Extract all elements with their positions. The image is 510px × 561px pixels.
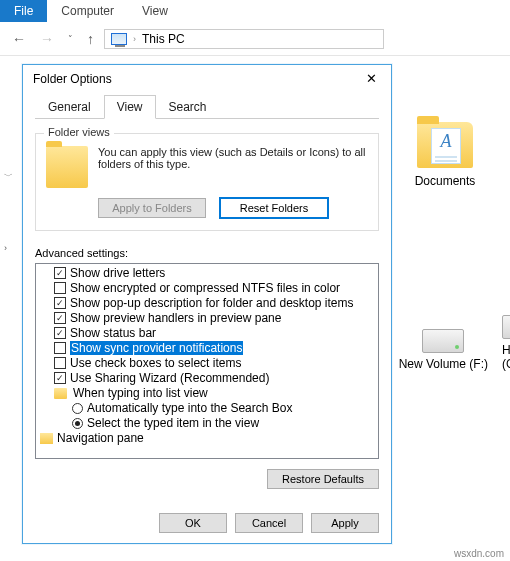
checkbox-icon[interactable] <box>54 327 66 339</box>
checkbox-icon[interactable] <box>54 297 66 309</box>
apply-to-folders-button: Apply to Folders <box>98 198 206 218</box>
address-location[interactable]: This PC <box>142 32 185 46</box>
drive-label: New Volume (F:) <box>399 357 488 371</box>
opt-navigation-pane[interactable]: Navigation pane <box>36 431 378 446</box>
opt-show-drive-letters[interactable]: Show drive letters <box>36 266 378 281</box>
group-label: Folder views <box>44 126 114 138</box>
tab-view[interactable]: View <box>104 95 156 119</box>
option-label: Show drive letters <box>70 266 165 280</box>
this-pc-icon <box>111 33 127 45</box>
dialog-title: Folder Options <box>33 72 112 86</box>
drive-label-partial: (G <box>502 357 510 371</box>
opt-typing-auto[interactable]: Automatically type into the Search Box <box>36 401 378 416</box>
folder-label: Documents <box>410 174 480 188</box>
folder-options-dialog: Folder Options ✕ General View Search Fol… <box>22 64 392 544</box>
option-label: Show encrypted or compressed NTFS files … <box>70 281 340 295</box>
drive-g-partial[interactable]: H (G <box>502 315 510 371</box>
ok-button[interactable]: OK <box>159 513 227 533</box>
checkbox-icon[interactable] <box>54 357 66 369</box>
opt-sharing-wizard[interactable]: Use Sharing Wizard (Recommended) <box>36 371 378 386</box>
documents-folder[interactable]: A Documents <box>410 122 480 188</box>
folder-icon: A <box>417 122 473 168</box>
opt-typing-select[interactable]: Select the typed item in the view <box>36 416 378 431</box>
tab-general[interactable]: General <box>35 95 104 119</box>
advanced-settings-tree[interactable]: Show drive letters Show encrypted or com… <box>35 263 379 459</box>
option-label: Show status bar <box>70 326 156 340</box>
folder-icon <box>54 388 67 399</box>
apply-button[interactable]: Apply <box>311 513 379 533</box>
ribbon-file-tab[interactable]: File <box>0 0 47 22</box>
tab-search[interactable]: Search <box>156 95 220 119</box>
opt-ntfs-color[interactable]: Show encrypted or compressed NTFS files … <box>36 281 378 296</box>
folder-icon <box>46 146 88 188</box>
radio-icon[interactable] <box>72 418 83 429</box>
address-bar[interactable]: › This PC <box>104 29 384 49</box>
opt-preview-handlers[interactable]: Show preview handlers in preview pane <box>36 311 378 326</box>
dialog-buttons: OK Cancel Apply <box>159 513 379 533</box>
back-icon[interactable]: ← <box>8 31 30 47</box>
checkbox-icon[interactable] <box>54 312 66 324</box>
opt-popup-desc[interactable]: Show pop-up description for folder and d… <box>36 296 378 311</box>
nav-pane-icon <box>40 433 53 444</box>
navigation-bar: ← → ˅ ↑ › This PC <box>0 22 510 56</box>
restore-defaults-button[interactable]: Restore Defaults <box>267 469 379 489</box>
up-icon[interactable]: ↑ <box>83 31 98 47</box>
tabstrip: General View Search <box>35 94 379 119</box>
checkbox-icon[interactable] <box>54 342 66 354</box>
option-label: Show pop-up description for folder and d… <box>70 296 354 310</box>
option-label: Navigation pane <box>57 431 144 445</box>
opt-typing-header: When typing into list view <box>36 386 378 401</box>
drive-icon <box>422 329 464 353</box>
history-chevron-icon[interactable]: ˅ <box>64 34 77 44</box>
ribbon-computer-tab[interactable]: Computer <box>47 1 128 21</box>
reset-folders-button[interactable]: Reset Folders <box>220 198 328 218</box>
watermark: wsxdn.com <box>454 548 504 559</box>
chevron-right-icon[interactable]: › <box>133 34 136 44</box>
option-label: Automatically type into the Search Box <box>87 401 292 415</box>
drive-icon <box>502 315 510 339</box>
option-label: Show preview handlers in preview pane <box>70 311 281 325</box>
close-icon[interactable]: ✕ <box>360 71 383 86</box>
radio-icon[interactable] <box>72 403 83 414</box>
opt-use-checkboxes[interactable]: Use check boxes to select items <box>36 356 378 371</box>
drive-label-partial: H <box>502 343 510 357</box>
folder-views-group: Folder views You can apply this view (su… <box>35 133 379 231</box>
drive-f[interactable]: New Volume (F:) <box>399 329 488 371</box>
option-label: Show sync provider notifications <box>70 341 243 355</box>
checkbox-icon[interactable] <box>54 282 66 294</box>
option-label: Use check boxes to select items <box>70 356 241 370</box>
forward-icon[interactable]: → <box>36 31 58 47</box>
option-label: Select the typed item in the view <box>87 416 259 430</box>
folder-views-desc: You can apply this view (such as Details… <box>98 146 368 170</box>
advanced-settings-label: Advanced settings: <box>35 247 379 259</box>
checkbox-icon[interactable] <box>54 267 66 279</box>
cancel-button[interactable]: Cancel <box>235 513 303 533</box>
option-label: When typing into list view <box>73 386 208 400</box>
opt-sync-notifications[interactable]: Show sync provider notifications <box>36 341 378 356</box>
option-label: Use Sharing Wizard (Recommended) <box>70 371 269 385</box>
opt-status-bar[interactable]: Show status bar <box>36 326 378 341</box>
checkbox-icon[interactable] <box>54 372 66 384</box>
ribbon-view-tab[interactable]: View <box>128 1 182 21</box>
dialog-titlebar[interactable]: Folder Options ✕ <box>23 65 391 94</box>
ribbon: File Computer View <box>0 0 510 22</box>
